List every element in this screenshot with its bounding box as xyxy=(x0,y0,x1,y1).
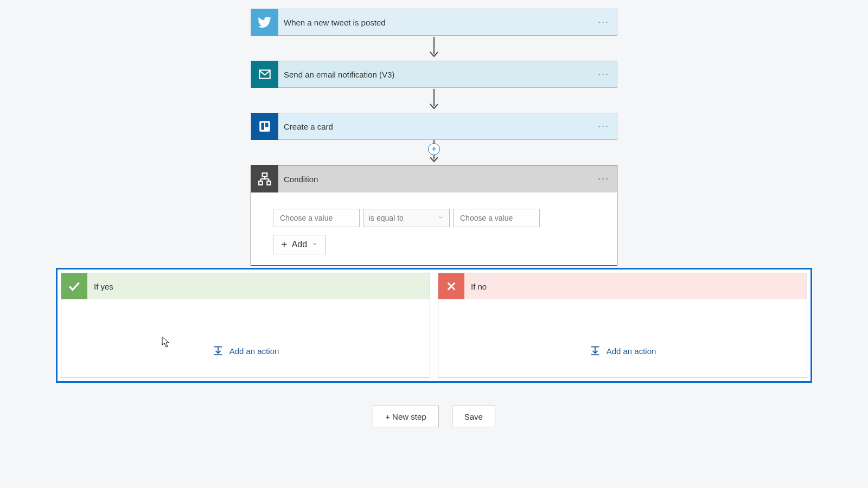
svg-rect-12 xyxy=(259,181,263,185)
condition-more-button[interactable]: ··· xyxy=(598,173,609,184)
insert-step-button[interactable]: + xyxy=(428,143,440,155)
step-create-card[interactable]: Create a card ··· xyxy=(251,113,617,140)
svg-rect-5 xyxy=(265,123,268,127)
flow-arrow-insert: + xyxy=(427,140,441,165)
chevron-down-icon xyxy=(311,240,318,249)
add-action-label: Add an action xyxy=(607,346,656,356)
step-send-email[interactable]: Send an email notification (V3) ··· xyxy=(251,61,617,88)
trello-icon xyxy=(251,113,278,140)
step-more-button[interactable]: ··· xyxy=(598,121,609,131)
flow-arrow xyxy=(427,88,441,113)
save-button[interactable]: Save xyxy=(452,406,495,427)
branch-title: If no xyxy=(471,282,487,291)
twitter-icon xyxy=(251,9,278,36)
branch-if-no: If no Add an action xyxy=(438,273,807,378)
step-label: Create a card xyxy=(284,122,333,131)
step-more-button[interactable]: ··· xyxy=(598,69,609,79)
condition-title: Condition xyxy=(284,175,318,184)
operator-label: is equal to xyxy=(369,214,404,222)
svg-rect-3 xyxy=(259,121,270,132)
add-action-icon xyxy=(212,344,224,358)
condition-right-value-input[interactable] xyxy=(453,209,540,227)
mail-icon xyxy=(251,61,278,88)
footer-buttons: + New step Save xyxy=(373,406,495,427)
add-action-no-button[interactable]: Add an action xyxy=(589,344,656,358)
condition-card: Condition ··· is equal to + Add xyxy=(251,165,617,266)
new-step-button[interactable]: + New step xyxy=(373,406,438,427)
svg-rect-13 xyxy=(267,181,271,185)
branch-header-yes[interactable]: If yes xyxy=(61,273,430,299)
add-action-yes-button[interactable]: Add an action xyxy=(212,344,279,358)
branch-if-yes: If yes Add an action xyxy=(61,273,430,378)
condition-add-button[interactable]: + Add xyxy=(273,235,326,254)
check-icon xyxy=(61,273,87,299)
condition-icon xyxy=(251,165,278,192)
svg-rect-4 xyxy=(261,123,264,130)
add-action-icon xyxy=(589,344,601,358)
close-icon xyxy=(438,273,464,299)
plus-icon: + xyxy=(281,239,288,251)
add-label: Add xyxy=(292,240,307,249)
flow-arrow xyxy=(427,36,441,61)
condition-left-value-input[interactable] xyxy=(273,209,360,227)
condition-header[interactable]: Condition ··· xyxy=(251,165,617,192)
branch-header-no[interactable]: If no xyxy=(438,273,807,299)
add-action-label: Add an action xyxy=(229,346,279,356)
step-label: Send an email notification (V3) xyxy=(284,70,394,79)
condition-operator-select[interactable]: is equal to xyxy=(363,209,450,227)
step-twitter-trigger[interactable]: When a new tweet is posted ··· xyxy=(251,9,617,36)
condition-branches: If yes Add an action If no xyxy=(56,268,812,383)
step-more-button[interactable]: ··· xyxy=(598,17,609,27)
chevron-down-icon xyxy=(437,214,444,222)
branch-title: If yes xyxy=(94,282,113,291)
step-label: When a new tweet is posted xyxy=(284,18,386,27)
svg-rect-7 xyxy=(263,173,267,177)
